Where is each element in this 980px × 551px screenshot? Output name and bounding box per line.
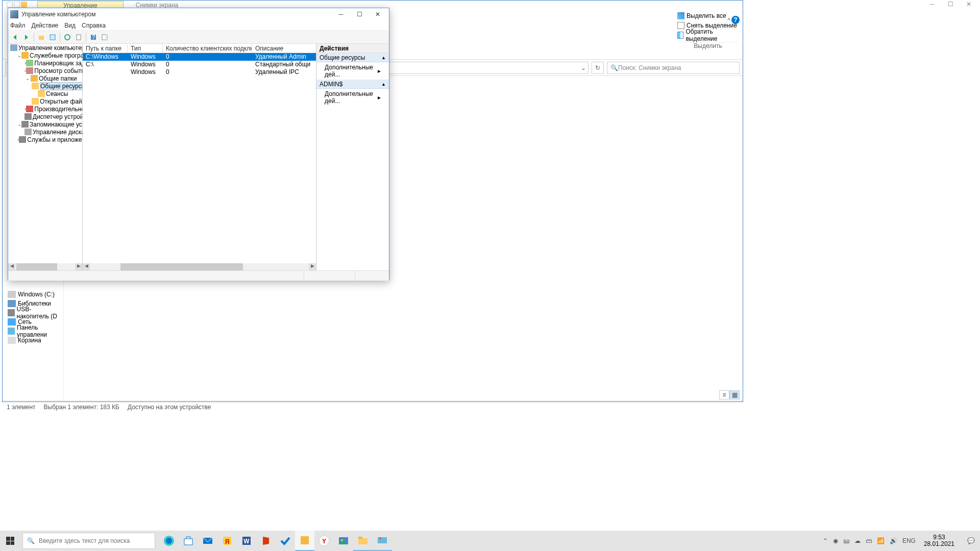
menu-file[interactable]: Файл	[10, 22, 26, 29]
window-title: Управление компьютером	[21, 11, 332, 18]
taskbar-yandex[interactable]: Я	[217, 531, 237, 551]
actions-group-admin[interactable]: ADMIN$▲	[316, 80, 389, 89]
action-center-button[interactable]: 💬	[962, 531, 980, 551]
up-button[interactable]	[36, 32, 46, 42]
taskbar-compmgmt[interactable]	[295, 531, 314, 551]
tray-language[interactable]: ENG	[902, 537, 916, 544]
taskbar-office[interactable]	[256, 531, 276, 551]
list-row[interactable]: C:\Windows0Стандартный общий р...	[83, 61, 316, 68]
view-details-button[interactable]: ≡	[719, 390, 729, 399]
tree-node-icon	[21, 121, 29, 128]
explorer-search-input[interactable]: 🔍 Поиск: Снимки экрана	[607, 62, 740, 74]
taskbar-word[interactable]: W	[237, 531, 256, 551]
nav-item-usb[interactable]: USB-накопитель (D	[3, 308, 63, 317]
taskbar-mail[interactable]	[198, 531, 217, 551]
tray-volume-icon[interactable]: 🔊	[890, 537, 897, 544]
list-row[interactable]: Windows0Удаленный IPC	[83, 68, 316, 76]
tree-node-label: Общие ресурсы	[40, 82, 83, 90]
list-row[interactable]: C:\WindowsWindows0Удаленный Admin	[83, 53, 316, 61]
tray-clock[interactable]: 9:5328.01.2021	[921, 534, 958, 547]
tree-item[interactable]: Общие ресурсы	[8, 82, 82, 90]
menu-action[interactable]: Действие	[32, 22, 59, 29]
svg-point-2	[65, 35, 70, 40]
tray-onedrive-icon[interactable]: ☁	[854, 537, 861, 544]
start-button[interactable]	[0, 531, 20, 551]
list-hscrollbar[interactable]: ◀▶	[83, 263, 316, 270]
bg-close-button[interactable]: ✕	[960, 1, 978, 11]
taskbar-search-input[interactable]: 🔍Введите здесь текст для поиска	[22, 533, 155, 549]
actions-more-admin[interactable]: Дополнительные дей...▸	[316, 89, 389, 106]
maximize-button[interactable]: ☐	[350, 8, 369, 20]
show-action-pane-button[interactable]	[100, 32, 110, 42]
taskbar-edge[interactable]	[159, 531, 179, 551]
tree-node-icon	[26, 67, 33, 74]
tree-item[interactable]: Диспетчер устройств	[8, 113, 82, 120]
actions-more-shares[interactable]: Дополнительные дей...▸	[316, 62, 389, 80]
tray-battery-icon[interactable]: 🗃	[866, 537, 872, 544]
column-header-description[interactable]: Описание	[252, 44, 311, 53]
mmc-title-bar[interactable]: Управление компьютером ─ ☐ ✕	[8, 8, 389, 20]
svg-rect-0	[39, 36, 44, 40]
tree-expand-icon[interactable]: ⌄	[17, 121, 21, 127]
menu-help[interactable]: Справка	[82, 22, 106, 29]
export-button[interactable]	[74, 32, 84, 42]
tree-item[interactable]: ⌄Служебные программы	[8, 52, 82, 59]
tree-item[interactable]: ›Службы и приложения	[8, 136, 82, 143]
tree-item[interactable]: Открытые файлы	[8, 97, 82, 105]
tree-hscrollbar[interactable]: ◀▶	[8, 263, 82, 270]
actions-header: Действия	[316, 44, 389, 53]
refresh-button[interactable]	[62, 32, 72, 42]
bg-minimize-button[interactable]: ─	[923, 1, 941, 11]
tree-item[interactable]: ⌄Общие папки	[8, 74, 82, 82]
refresh-button[interactable]: ↻	[592, 62, 604, 74]
tray-chevron-up-icon[interactable]: ⌃	[823, 537, 828, 544]
menu-view[interactable]: Вид	[64, 22, 76, 29]
nav-item-control-panel[interactable]: Панель управлени	[3, 327, 63, 336]
mmc-list-pane[interactable]: Путь к папке Тип Количество клиентских п…	[83, 44, 316, 270]
column-header-path[interactable]: Путь к папке	[83, 44, 128, 53]
tree-expand-icon[interactable]: ⌄	[17, 53, 21, 58]
collapse-ribbon-icon[interactable]: ^	[727, 17, 730, 24]
explorer-status-bar: 1 элемент Выбран 1 элемент: 183 КБ Досту…	[3, 400, 743, 413]
column-header-type[interactable]: Тип	[128, 44, 163, 53]
tree-expand-icon[interactable]: ⌄	[24, 76, 31, 81]
tree-item[interactable]: ⌄Запоминающие устройств	[8, 120, 82, 128]
nav-item-windows-c[interactable]: Windows (C:)	[3, 290, 63, 299]
tray-location-icon[interactable]: ◉	[833, 537, 838, 544]
minimize-button[interactable]: ─	[332, 8, 350, 20]
forward-button[interactable]	[21, 32, 32, 42]
view-large-icons-button[interactable]: ▦	[729, 390, 740, 399]
taskbar-explorer[interactable]	[353, 531, 373, 551]
tree-item[interactable]: ›Планировщик заданий	[8, 59, 82, 67]
taskbar: 🔍Введите здесь текст для поиска Я W Y ⌃ …	[0, 531, 980, 551]
mmc-tree-pane[interactable]: Управление компьютером (л⌄Служебные прог…	[8, 44, 83, 270]
taskbar-snipping[interactable]	[373, 531, 392, 551]
tray-usb-icon[interactable]: 🖴	[843, 537, 849, 544]
tree-node-icon	[24, 129, 32, 135]
bg-maximize-button[interactable]: ☐	[941, 1, 960, 11]
help-button[interactable]: ?	[88, 32, 99, 42]
taskbar-todo[interactable]	[276, 531, 295, 551]
column-header-connections[interactable]: Количество клиентских подключений	[163, 44, 252, 53]
back-button[interactable]	[10, 32, 20, 42]
taskbar-store[interactable]	[179, 531, 198, 551]
invert-selection-button[interactable]: Обратить выделение	[677, 31, 739, 40]
tree-node-label: Просмотр событий	[34, 67, 83, 74]
properties-button[interactable]	[47, 32, 58, 42]
tree-item[interactable]: Управление дисками	[8, 128, 82, 136]
help-icon[interactable]: ?	[731, 16, 740, 24]
taskbar-photos[interactable]	[334, 531, 353, 551]
tray-wifi-icon[interactable]: 📶	[877, 537, 885, 544]
actions-group-shares[interactable]: Общие ресурсы▲	[316, 53, 389, 62]
chevron-down-icon[interactable]: ⌄	[581, 64, 586, 71]
close-button[interactable]: ✕	[369, 8, 387, 20]
tree-item[interactable]: ›Производительность	[8, 105, 82, 113]
tree-node-label: Запоминающие устройств	[30, 121, 83, 128]
tree-item[interactable]: Сеансы	[8, 90, 82, 97]
tree-item[interactable]: Управление компьютером (л	[8, 44, 82, 52]
tree-item[interactable]: ›Просмотр событий	[8, 67, 82, 74]
status-item-count: 1 элемент	[7, 404, 36, 411]
tree-node-label: Общие папки	[39, 75, 77, 82]
taskbar-yandex-browser[interactable]: Y	[314, 531, 334, 551]
tree-node-icon	[38, 90, 45, 97]
